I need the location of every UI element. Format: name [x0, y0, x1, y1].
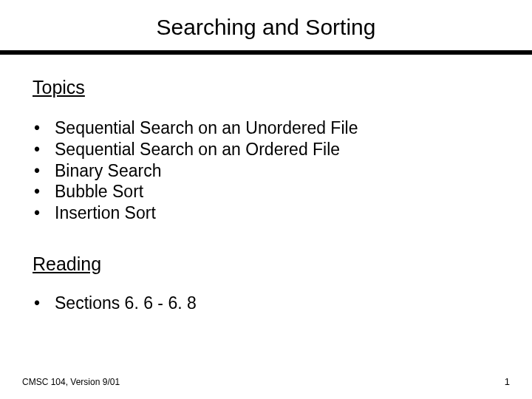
- footer-right: 1: [505, 376, 510, 387]
- reading-heading: Reading: [33, 253, 499, 275]
- bullet-icon: •: [34, 293, 55, 315]
- title-area: Searching and Sorting: [0, 0, 532, 50]
- list-item: •Sections 6. 6 - 6. 8: [33, 293, 499, 315]
- bullet-icon: •: [34, 160, 55, 182]
- slide-title: Searching and Sorting: [0, 15, 532, 40]
- list-item-text: Sections 6. 6 - 6. 8: [55, 293, 197, 315]
- topics-heading: Topics: [33, 77, 499, 98]
- footer-left: CMSC 104, Version 9/01: [22, 377, 120, 387]
- list-item-text: Sequential Search on an Ordered File: [55, 139, 340, 160]
- content-area: Topics •Sequential Search on an Unordere…: [0, 55, 532, 315]
- bullet-icon: •: [34, 117, 55, 139]
- list-item-text: Bubble Sort: [55, 181, 143, 202]
- slide: Searching and Sorting Topics •Sequential…: [0, 0, 532, 399]
- list-item: •Insertion Sort: [33, 202, 499, 224]
- bullet-icon: •: [34, 181, 55, 202]
- list-item-text: Sequential Search on an Unordered File: [55, 117, 358, 139]
- list-item-text: Binary Search: [55, 160, 161, 182]
- list-item: •Binary Search: [33, 160, 499, 182]
- reading-list: •Sections 6. 6 - 6. 8: [33, 293, 499, 315]
- bullet-icon: •: [34, 139, 55, 160]
- bullet-icon: •: [34, 202, 55, 224]
- list-item: •Sequential Search on an Ordered File: [33, 139, 499, 160]
- list-item-text: Insertion Sort: [55, 202, 156, 224]
- list-item: •Sequential Search on an Unordered File: [33, 117, 499, 139]
- list-item: •Bubble Sort: [33, 181, 499, 202]
- topics-list: •Sequential Search on an Unordered File …: [33, 117, 499, 224]
